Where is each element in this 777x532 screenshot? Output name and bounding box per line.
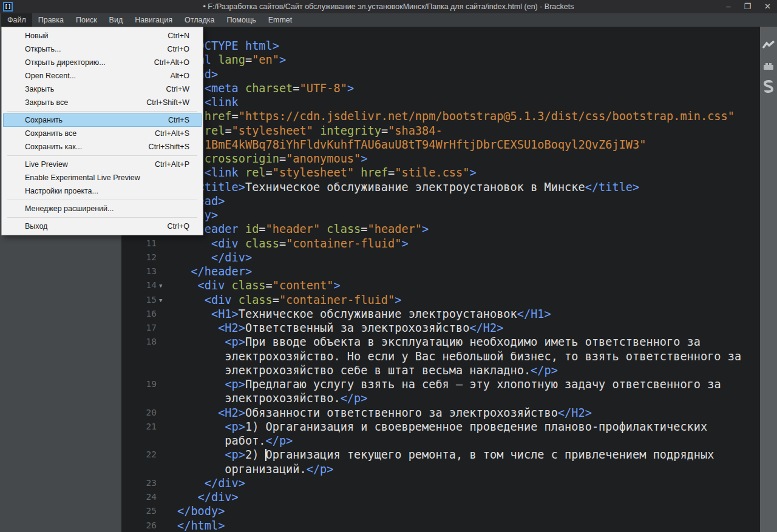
- file-menu-item[interactable]: НовыйCtrl+N: [3, 29, 202, 42]
- code-line[interactable]: электрохозяйство. Но если у Вас небольшо…: [177, 349, 741, 363]
- code-line[interactable]: </body>: [177, 504, 225, 518]
- code-line[interactable]: <header id="header" class="header">: [177, 222, 429, 236]
- code-editor[interactable]: <!DOCTYPE html><html lang="en"><head> <m…: [121, 27, 760, 532]
- code-row[interactable]: работ.</p>: [121, 434, 760, 448]
- menubar-item-помощь[interactable]: Помощь: [220, 13, 262, 27]
- file-menu-item[interactable]: Сохранить всеCtrl+Alt+S: [3, 127, 202, 140]
- code-line[interactable]: </div>: [177, 251, 252, 264]
- file-menu-item[interactable]: ВыходCtrl+Q: [3, 220, 202, 233]
- file-menu-item[interactable]: Сохранить как...Ctrl+Shift+S: [3, 140, 202, 153]
- code-line[interactable]: <H2>Ответственный за электрохозяйство</H…: [177, 321, 503, 335]
- code-row[interactable]: <!DOCTYPE html>: [121, 39, 760, 53]
- code-line[interactable]: <link rel="stylesheet" href="stile.css">: [177, 166, 477, 180]
- menubar-item-навигация[interactable]: Навигация: [129, 13, 178, 27]
- code-line[interactable]: <title>Техническое обслуживание электроу…: [177, 180, 639, 194]
- snippets-icon[interactable]: [762, 80, 775, 93]
- code-line[interactable]: <p>При вводе объекта в эксплуатацию необ…: [177, 335, 701, 349]
- code-row[interactable]: электрохозяйство. Но если у Вас небольшо…: [121, 349, 760, 363]
- code-line[interactable]: </html>: [177, 519, 225, 532]
- code-row[interactable]: 20 <H2>Обязанности ответственного за эле…: [121, 406, 760, 420]
- file-menu-item[interactable]: Настройки проекта...: [3, 184, 202, 198]
- restore-button[interactable]: ❐: [744, 0, 751, 13]
- token-tag: </div>: [205, 477, 245, 490]
- code-row[interactable]: <title>Техническое обслуживание электроу…: [121, 180, 760, 194]
- code-row[interactable]: 19 <p>Предлагаю услугу взять на себя — э…: [121, 377, 760, 391]
- code-line[interactable]: <H2>Обязанности ответственного за электр…: [177, 406, 592, 420]
- code-row[interactable]: 14▼ <div class="content">: [121, 278, 760, 292]
- menubar-item-файл[interactable]: Файл: [1, 13, 32, 27]
- file-menu-item[interactable]: ЗакрытьCtrl+W: [3, 82, 202, 96]
- code-line[interactable]: <div class="content">: [177, 278, 341, 292]
- menubar-item-вид[interactable]: Вид: [103, 13, 129, 27]
- code-row[interactable]: 25</body>: [121, 504, 760, 518]
- code-row[interactable]: 1BmE4kWBq78iYhFldvKuhfTAU6auU8tT94WrHftj…: [121, 138, 760, 152]
- code-line[interactable]: <div class="container-fluid">: [177, 293, 401, 307]
- code-row[interactable]: <header id="header" class="header">: [121, 222, 760, 236]
- code-row[interactable]: </head>: [121, 194, 760, 208]
- code-row[interactable]: 21 <p>1) Оргаганизация и своевременное п…: [121, 420, 760, 434]
- file-menu-item[interactable]: Open Recent...Alt+O: [3, 69, 202, 82]
- fold-arrow-icon[interactable]: ▼: [159, 294, 162, 308]
- code-line[interactable]: электрохозяйство.</p>: [177, 391, 367, 405]
- code-line[interactable]: работ.</p>: [177, 434, 293, 448]
- code-row[interactable]: href="https://cdn.jsdelivr.net/npm/boots…: [121, 109, 760, 123]
- close-button[interactable]: ✕: [764, 0, 771, 13]
- code-line[interactable]: 1BmE4kWBq78iYhFldvKuhfTAU6auU8tT94WrHftj…: [177, 138, 646, 152]
- code-row[interactable]: электрохозяйство себе в штат весьма накл…: [121, 363, 760, 377]
- live-preview-lightning-icon[interactable]: [762, 39, 775, 52]
- code-row[interactable]: 15▼ <div class="container-fluid">: [121, 293, 760, 307]
- code-row[interactable]: <link: [121, 95, 760, 109]
- code-row[interactable]: rel="stylesheet" integrity="sha384-: [121, 124, 760, 138]
- code-row[interactable]: <body>: [121, 208, 760, 222]
- code-row[interactable]: 13 </header>: [121, 264, 760, 278]
- code-row[interactable]: организаций.</p>: [121, 462, 760, 476]
- code-line[interactable]: <p>2) Организация текущего ремонта, в то…: [177, 448, 714, 462]
- code-line[interactable]: </header>: [177, 264, 252, 278]
- code-row[interactable]: 26</html>: [121, 519, 760, 532]
- code-line[interactable]: crossorigin="anonymous">: [177, 152, 367, 166]
- menubar-item-поиск[interactable]: Поиск: [70, 13, 103, 27]
- code-line[interactable]: <p>Предлагаю услугу взять на себя — эту …: [177, 377, 721, 391]
- code-row[interactable]: 11 <div class="container-fluid">: [121, 237, 760, 251]
- file-menu-item[interactable]: Открыть директорию...Ctrl+Alt+O: [3, 56, 202, 69]
- code-row[interactable]: 12 </div>: [121, 251, 760, 264]
- minimize-button[interactable]: –: [726, 0, 730, 13]
- menubar-item-отладка[interactable]: Отладка: [178, 13, 220, 27]
- fold-arrow-icon[interactable]: ▼: [159, 279, 162, 293]
- code-line[interactable]: href="https://cdn.jsdelivr.net/npm/boots…: [177, 109, 735, 123]
- token-attribute: class: [245, 237, 279, 250]
- code-row[interactable]: 24 </div>: [121, 490, 760, 504]
- extension-manager-brick-icon[interactable]: [762, 59, 775, 73]
- code-row[interactable]: 23 </div>: [121, 476, 760, 490]
- code-row[interactable]: 22 <p>2) Организация текущего ремонта, в…: [121, 448, 760, 462]
- code-line[interactable]: <H1>Техническое обслуживание электроуста…: [177, 307, 551, 321]
- token-tag: </H2>: [469, 322, 503, 334]
- code-row[interactable]: <head>: [121, 67, 760, 81]
- file-menu-item[interactable]: Закрыть всеCtrl+Shift+W: [3, 96, 202, 109]
- code-line[interactable]: <div class="container-fluid">: [177, 237, 409, 251]
- menubar-item-правка[interactable]: Правка: [32, 13, 70, 27]
- file-menu-item-label: Открыть директорию...: [25, 56, 154, 69]
- code-row[interactable]: 17 <H2>Ответственный за электрохозяйство…: [121, 321, 760, 335]
- brackets-app-icon[interactable]: []: [3, 2, 13, 12]
- code-line[interactable]: электрохозяйство себе в штат весьма накл…: [177, 363, 558, 377]
- code-line[interactable]: <p>1) Оргаганизация и своевременное пров…: [177, 420, 707, 434]
- code-row[interactable]: crossorigin="anonymous">: [121, 152, 760, 166]
- code-row[interactable]: <html lang="en">: [121, 53, 760, 67]
- code-line[interactable]: организаций.</p>: [177, 462, 333, 476]
- menubar-item-emmet[interactable]: Emmet: [262, 13, 299, 27]
- code-row[interactable]: 16 <H1>Техническое обслуживание электроу…: [121, 307, 760, 321]
- code-line[interactable]: </div>: [177, 476, 245, 490]
- file-menu-item[interactable]: Открыть...Ctrl+O: [3, 42, 202, 56]
- code-row[interactable]: <meta charset="UTF-8">: [121, 81, 760, 95]
- file-menu-item[interactable]: Менеджер расширений...: [3, 202, 202, 215]
- file-menu-item[interactable]: Enable Experimental Live Preview: [3, 171, 202, 184]
- code-line[interactable]: </div>: [177, 490, 239, 504]
- code-row[interactable]: <link rel="stylesheet" href="stile.css">: [121, 166, 760, 180]
- file-menu-item[interactable]: СохранитьCtrl+S: [3, 113, 202, 127]
- file-menu-item[interactable]: Live PreviewCtrl+Alt+P: [3, 158, 202, 171]
- code-row[interactable]: 18 <p>При вводе объекта в эксплуатацию н…: [121, 335, 760, 349]
- code-row[interactable]: электрохозяйство.</p>: [121, 391, 760, 405]
- code-line[interactable]: rel="stylesheet" integrity="sha384-: [177, 124, 443, 138]
- code-line[interactable]: <meta charset="UTF-8">: [177, 81, 354, 95]
